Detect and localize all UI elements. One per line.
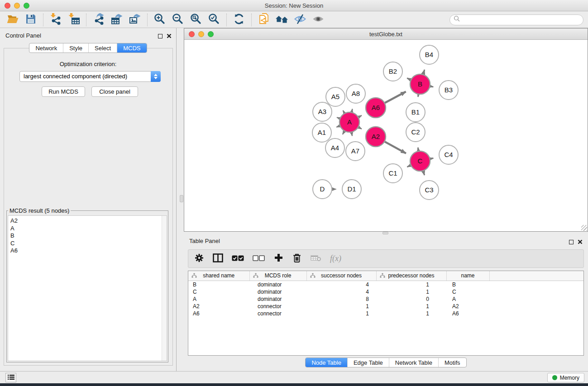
tab-node-table[interactable]: Node Table — [306, 358, 347, 367]
graph-node-c[interactable]: C — [410, 151, 430, 171]
column-header-mcds-role[interactable]: MCDS role — [249, 271, 306, 281]
close-window-button[interactable] — [5, 3, 10, 9]
graph-node-b2[interactable]: B2 — [383, 62, 402, 81]
graph-edge-c-c3[interactable] — [423, 171, 425, 175]
show-all-button[interactable] — [309, 13, 327, 27]
zoom-selected-button[interactable] — [205, 13, 223, 27]
refresh-view-button[interactable] — [230, 13, 248, 27]
cell-shared-name[interactable]: B — [188, 281, 249, 288]
export-network-button[interactable] — [90, 13, 108, 27]
cell-successor-nodes[interactable]: 1 — [306, 303, 376, 310]
graph-node-b1[interactable]: B1 — [406, 103, 425, 122]
cell-predecessor-nodes[interactable]: 1 — [376, 288, 446, 295]
column-header-predecessor-nodes[interactable]: predecessor nodes — [376, 271, 446, 281]
graph-node-d[interactable]: D — [313, 180, 332, 199]
result-item-b[interactable]: B — [8, 232, 167, 240]
cell-name[interactable]: C — [446, 288, 489, 295]
open-file-button[interactable] — [4, 13, 22, 27]
export-table-button[interactable] — [108, 13, 126, 27]
result-item-c[interactable]: C — [8, 240, 167, 248]
float-panel-icon[interactable] — [569, 240, 574, 244]
tab-edge-table[interactable]: Edge Table — [347, 358, 389, 367]
cell-successor-nodes[interactable]: 8 — [306, 295, 376, 303]
cell-shared-name[interactable]: A2 — [188, 303, 249, 310]
graph-edge-a-a3[interactable] — [337, 117, 339, 119]
clone-network-button[interactable] — [255, 13, 273, 27]
tab-network-table[interactable]: Network Table — [389, 358, 438, 367]
close-panel-icon[interactable] — [167, 32, 172, 40]
graph-node-a5[interactable]: A5 — [326, 87, 345, 106]
deselect-all-button[interactable] — [253, 253, 265, 264]
search-input[interactable] — [460, 16, 579, 23]
task-history-button[interactable] — [5, 373, 16, 382]
graph-edge-a-a8[interactable] — [352, 109, 353, 112]
minimize-window-button[interactable] — [14, 3, 20, 9]
graph-node-a[interactable]: A — [339, 112, 359, 132]
cell-successor-nodes[interactable]: 4 — [306, 288, 376, 295]
table-settings-button[interactable] — [194, 253, 204, 264]
import-network-button[interactable] — [47, 13, 65, 27]
graph-node-d1[interactable]: D1 — [342, 180, 361, 199]
select-all-button[interactable] — [232, 253, 244, 264]
graph-node-a1[interactable]: A1 — [312, 123, 331, 142]
table-row-a[interactable]: Adominator80A — [188, 295, 583, 303]
memory-button[interactable]: Memory — [547, 373, 584, 382]
graph-edge-a-a6[interactable] — [359, 115, 362, 117]
graph-edge-b-b2[interactable] — [407, 78, 411, 80]
cell-mcds-role[interactable]: connector — [249, 303, 306, 310]
graph-edge-c-c2[interactable] — [418, 148, 418, 151]
cell-predecessor-nodes[interactable]: 1 — [376, 303, 446, 310]
column-header-successor-nodes[interactable]: successor nodes — [306, 271, 376, 281]
tab-style[interactable]: Style — [63, 43, 88, 52]
cell-name[interactable]: B — [446, 281, 489, 288]
graph-edge-a-a2[interactable] — [359, 127, 362, 129]
cell-mcds-role[interactable]: dominator — [249, 281, 306, 288]
graph-node-c2[interactable]: C2 — [406, 123, 425, 142]
graph-edge-c-c1[interactable] — [407, 165, 411, 167]
cell-shared-name[interactable]: C — [188, 288, 249, 295]
cell-mcds-role[interactable]: dominator — [249, 295, 306, 303]
show-columns-button[interactable] — [213, 253, 223, 264]
cell-successor-nodes[interactable]: 1 — [306, 310, 376, 317]
zoom-out-button[interactable] — [169, 13, 187, 27]
delete-table-button[interactable] — [311, 253, 321, 264]
tab-network[interactable]: Network — [29, 43, 63, 52]
graph-node-b3[interactable]: B3 — [439, 81, 458, 100]
graph-edge-a-a1[interactable] — [336, 126, 339, 127]
table-row-b[interactable]: Bdominator41B — [188, 281, 583, 288]
close-panel-icon[interactable] — [578, 238, 583, 246]
graph-node-a4[interactable]: A4 — [325, 138, 344, 157]
tab-motifs[interactable]: Motifs — [438, 358, 466, 367]
graph-node-b[interactable]: B — [410, 74, 430, 94]
vertical-splitter-handle[interactable] — [180, 195, 183, 202]
close-panel-button[interactable]: Close panel — [91, 86, 138, 97]
graph-node-a6[interactable]: A6 — [366, 98, 386, 118]
result-item-a2[interactable]: A2 — [8, 217, 167, 225]
network-zoom-button[interactable] — [208, 31, 214, 37]
resize-grip[interactable] — [581, 225, 587, 231]
network-canvas[interactable]: B4B2BB3A8A5A6A3B1AC2A1A2A4A7C4CC1C3DD1 — [184, 40, 588, 231]
graph-edge-b-b4[interactable] — [423, 70, 425, 74]
optimization-select[interactable]: largest connected component (directed) — [19, 71, 161, 82]
hide-selected-button[interactable] — [291, 13, 309, 27]
graph-edge-a6-b[interactable] — [385, 92, 406, 103]
column-header-shared-name[interactable]: shared name — [188, 271, 249, 281]
zoom-in-button[interactable] — [151, 13, 169, 27]
graph-node-a7[interactable]: A7 — [346, 142, 365, 161]
cell-name[interactable]: A6 — [446, 310, 489, 317]
export-image-button[interactable] — [126, 13, 144, 27]
delete-column-button[interactable] — [292, 253, 302, 264]
first-neighbors-button[interactable] — [273, 13, 291, 27]
graph-edge-b-b1[interactable] — [418, 95, 419, 97]
graph-node-a2[interactable]: A2 — [366, 127, 386, 147]
table-row-c[interactable]: Cdominator41C — [188, 288, 583, 295]
column-header-name[interactable]: name — [446, 271, 489, 281]
graph-edge-a2-c[interactable] — [385, 142, 406, 153]
graph-edge-a-a5[interactable] — [343, 110, 344, 113]
create-column-button[interactable] — [273, 253, 283, 264]
cell-predecessor-nodes[interactable]: 1 — [376, 281, 446, 288]
cell-predecessor-nodes[interactable]: 1 — [376, 310, 446, 317]
graph-node-a3[interactable]: A3 — [313, 102, 332, 121]
graph-edge-b-b3[interactable] — [430, 86, 434, 87]
graph-node-c1[interactable]: C1 — [383, 164, 402, 183]
